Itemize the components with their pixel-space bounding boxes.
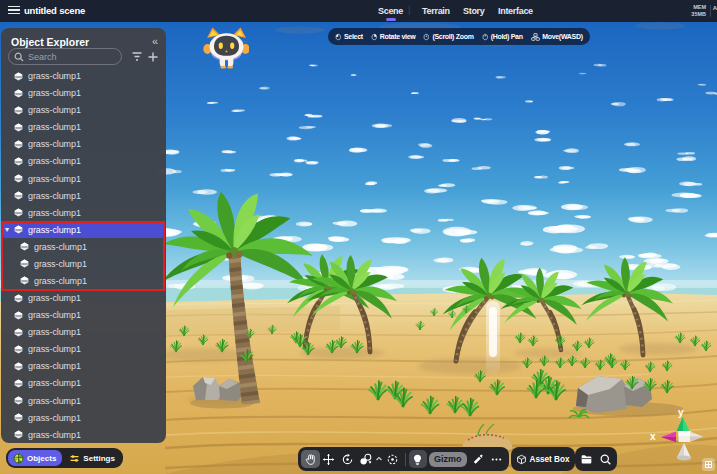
svg-text:x: x	[650, 431, 656, 442]
svg-text:y: y	[678, 407, 684, 418]
